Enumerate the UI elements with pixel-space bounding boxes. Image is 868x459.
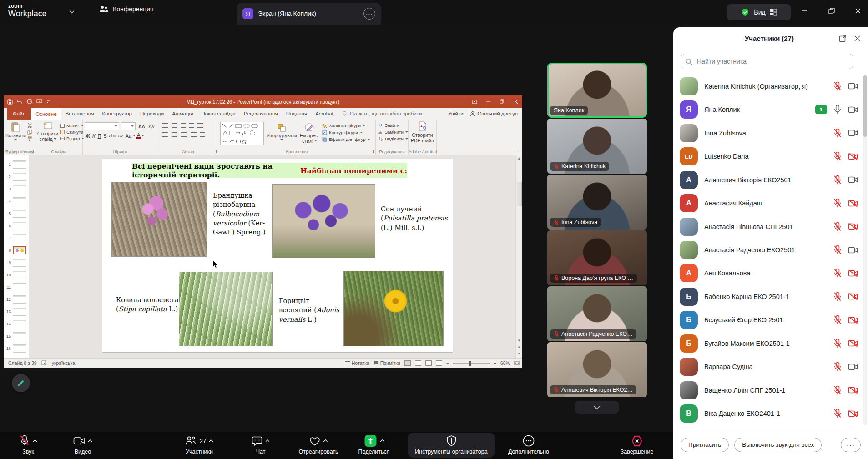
chevron-up-icon[interactable] [265, 439, 270, 442]
ppt-restore-button[interactable] [495, 95, 509, 108]
toolbar-audio[interactable]: Звук [19, 434, 37, 455]
zoom-in-icon[interactable]: + [494, 360, 496, 366]
scroll-down-icon[interactable]: ▼ [516, 339, 522, 343]
numbering-icon[interactable] [172, 123, 177, 128]
zoom-level[interactable]: 68% [500, 360, 510, 366]
new-slide-button[interactable]: Створити слайд [37, 122, 58, 142]
scroll-thumb[interactable] [517, 182, 522, 206]
next-slide-icon[interactable]: ⏷ [516, 352, 522, 355]
slide-thumbnail[interactable]: 8 [4, 244, 29, 256]
slide-thumbnail[interactable]: 10 [4, 269, 29, 281]
participant-row[interactable]: LD Lutsenko Daria [678, 145, 858, 168]
participant-row[interactable]: Я Яна Коплик [678, 98, 858, 121]
fit-to-window-icon[interactable] [514, 360, 520, 366]
create-pdf-button[interactable]: A Створити PDF-файл [409, 120, 436, 143]
dialog-launcher-icon[interactable] [371, 150, 374, 153]
participant-row[interactable]: Б Бугайов Максим ЕКО2501-1 [678, 332, 858, 355]
qat-customize-icon[interactable] [46, 100, 50, 104]
ribbon-tab-основне[interactable]: Основне [31, 108, 61, 120]
collapse-ribbon-icon[interactable] [513, 150, 518, 152]
chevron-down-icon[interactable] [69, 10, 75, 14]
slide-thumbnail[interactable]: 5 [4, 207, 29, 220]
chevron-up-icon[interactable] [209, 439, 213, 442]
slide-thumbnail[interactable]: 11 [4, 281, 29, 293]
font-name-select[interactable] [85, 122, 119, 130]
view-button[interactable]: Вид [727, 4, 791, 20]
participant-row[interactable]: А Аляшевич Вікторія ЕКО2501 [678, 168, 858, 191]
align-left-icon[interactable] [162, 132, 168, 137]
slide-thumbnail[interactable]: 3 [4, 183, 29, 195]
slide-thumbnail[interactable]: 4 [4, 195, 29, 207]
toolbar-share[interactable]: Поделиться [358, 434, 389, 455]
ribbon-display-icon[interactable] [468, 95, 481, 108]
video-tile[interactable]: Ворона Дар’я група ЕКО … [547, 230, 647, 285]
ribbon-tab-acrobat[interactable]: Acrobat [311, 108, 338, 120]
mute-all-button[interactable]: Выключить звук для всех [734, 438, 822, 452]
ppt-share-button[interactable]: Спільний доступ [470, 111, 518, 116]
search-input[interactable] [696, 57, 848, 65]
quick-styles-button[interactable]: Експрес- стилі [300, 122, 319, 145]
toolbar-participants[interactable]: 27 Участники [185, 434, 213, 455]
slide-thumbnail[interactable]: 2 [4, 170, 29, 183]
participant-row[interactable]: Анастасія Радченко ЕКО2501 [678, 238, 858, 261]
shape-effects-button[interactable]: Ефекти для фігур [322, 137, 370, 142]
maximize-button[interactable] [828, 7, 835, 15]
font-color-button[interactable]: A [136, 133, 141, 139]
more-videos-button[interactable] [575, 401, 619, 414]
video-tile[interactable]: Katerina Kirilchuk [547, 119, 647, 174]
font-size-select[interactable] [121, 122, 136, 130]
slide-sorter-view-button[interactable] [415, 360, 421, 366]
slide-thumbnail[interactable]: 13 [4, 305, 29, 318]
save-icon[interactable] [7, 99, 13, 105]
reset-button[interactable]: Скинути [60, 130, 84, 135]
shape-fill-button[interactable]: Заливка фігури [322, 123, 370, 128]
slide-scrollbar[interactable]: ▲ ▼ ⏶ ⏷ [515, 155, 522, 358]
select-button[interactable]: Виділити [378, 136, 408, 141]
dialog-launcher-icon[interactable] [213, 150, 217, 153]
participant-row[interactable]: Варвара Судіна [678, 355, 858, 379]
participant-row[interactable]: Б Бабенко Каріна ЕКО 2501-1 [678, 285, 858, 308]
participant-row[interactable]: Ващенко Лілія СПГ 2501-1 [678, 379, 858, 402]
slide-thumbnail[interactable]: 9 [4, 256, 29, 269]
chevron-up-icon[interactable] [380, 439, 384, 442]
cut-icon[interactable] [27, 123, 32, 128]
toolbar-more[interactable]: Дополнительно [508, 434, 549, 455]
slideshow-view-button[interactable] [436, 360, 442, 366]
slide-thumbnail[interactable]: 12 [4, 293, 29, 305]
tell-me-box[interactable]: Скажіть, що потрібно зробити... [338, 108, 431, 120]
slide-thumbnail[interactable]: 16 [4, 342, 29, 354]
ribbon-tab-анімація[interactable]: Анімація [168, 108, 197, 120]
tab-more-icon[interactable]: ··· [363, 8, 375, 20]
video-tile[interactable]: Inna Zubtsova [547, 175, 647, 230]
align-right-icon[interactable] [181, 132, 187, 137]
previous-slide-icon[interactable]: ⏶ [516, 345, 522, 349]
slide-thumbnail[interactable]: 6 [4, 220, 29, 232]
toolbar-host-tools[interactable]: Инструменты организатора [408, 433, 495, 458]
participant-row[interactable]: А Аня Ковальова [678, 262, 858, 285]
participant-row[interactable]: Анастасія Півньова СПГ2501 [678, 215, 858, 238]
character-spacing-button[interactable]: AV [117, 134, 124, 138]
toolbar-end-meeting[interactable]: Завершение [621, 434, 654, 455]
layout-button[interactable]: Макет [60, 123, 84, 128]
slide-thumbnail[interactable]: 15 [4, 330, 29, 342]
line-spacing-icon[interactable] [197, 123, 203, 128]
ribbon-tab-вставлення[interactable]: Вставлення [61, 108, 98, 120]
copy-icon[interactable] [27, 130, 32, 135]
sign-in-button[interactable]: Увійти [448, 111, 463, 116]
ribbon-tab-показ слайдів[interactable]: Показ слайдів [197, 108, 239, 120]
shadow-button[interactable]: abc [108, 134, 117, 138]
decrease-indent-icon[interactable] [181, 123, 186, 128]
undo-icon[interactable] [17, 99, 23, 104]
arrange-button[interactable]: Упорядкувати [267, 122, 297, 145]
slide-8[interactable]: Всі перелічені види зростають на історич… [102, 159, 453, 352]
dialog-launcher-icon[interactable] [153, 150, 156, 153]
increase-indent-icon[interactable] [189, 123, 194, 128]
find-button[interactable]: Знайти [378, 123, 408, 128]
toolbar-chat[interactable]: Чат [252, 434, 270, 455]
ribbon-tab-рецензування[interactable]: Рецензування [240, 108, 282, 120]
normal-view-button[interactable] [404, 360, 411, 366]
comments-button[interactable]: Примітки [373, 360, 400, 366]
chevron-up-icon[interactable] [88, 439, 92, 442]
shape-outline-button[interactable]: Контур фігури [322, 130, 370, 135]
bold-button[interactable]: Ж [85, 133, 91, 139]
